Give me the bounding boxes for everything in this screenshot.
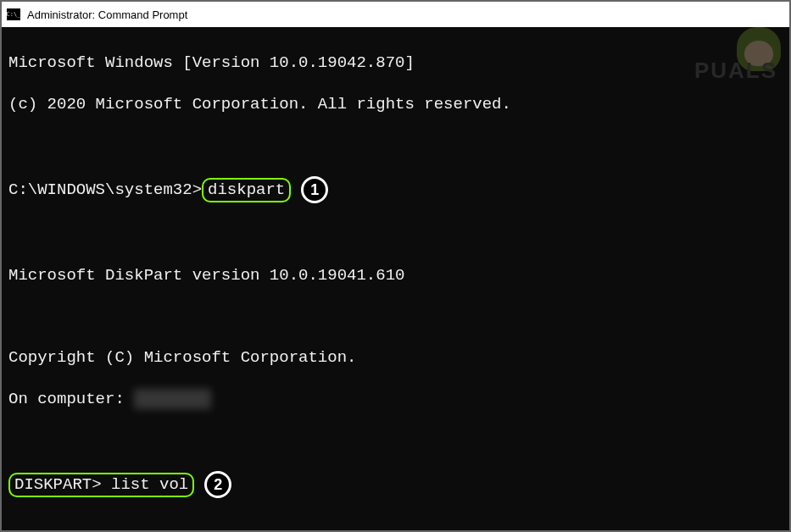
banner-line: (c) 2020 Microsoft Corporation. All righ…: [8, 94, 783, 114]
cmd-icon: [7, 8, 20, 20]
window-title: Administrator: Command Prompt: [27, 8, 187, 21]
command-highlight: DISKPART> list vol: [8, 473, 194, 496]
command-text: diskpart: [208, 180, 285, 199]
banner-line: Microsoft Windows [Version 10.0.19042.87…: [8, 53, 783, 73]
computer-line: On computer: XXXXXXXX: [8, 389, 783, 409]
blank-line: [8, 224, 783, 245]
step-badge-1: 1: [301, 176, 328, 203]
blank-line: [8, 430, 783, 451]
computer-name-blurred: XXXXXXXX: [134, 389, 211, 409]
computer-label: On computer:: [8, 390, 134, 408]
blank-line: [8, 519, 783, 532]
blank-line: [8, 136, 783, 156]
prompt-path: C:\WINDOWS\system32>: [8, 180, 202, 199]
prompt-line: C:\WINDOWS\system32>diskpart1: [8, 176, 783, 203]
blank-line: [8, 307, 783, 327]
title-bar: Administrator: Command Prompt: [2, 2, 789, 27]
command-highlight: diskpart: [202, 178, 291, 202]
diskpart-copyright: Copyright (C) Microsoft Corporation.: [8, 347, 783, 368]
prompt-line: DISKPART> list vol2: [8, 471, 783, 498]
terminal-output[interactable]: Microsoft Windows [Version 10.0.19042.87…: [2, 27, 789, 532]
prompt-path: DISKPART>: [14, 475, 111, 494]
step-badge-2: 2: [204, 471, 231, 498]
diskpart-version: Microsoft DiskPart version 10.0.19041.61…: [8, 265, 783, 285]
command-text: list vol: [111, 475, 188, 494]
